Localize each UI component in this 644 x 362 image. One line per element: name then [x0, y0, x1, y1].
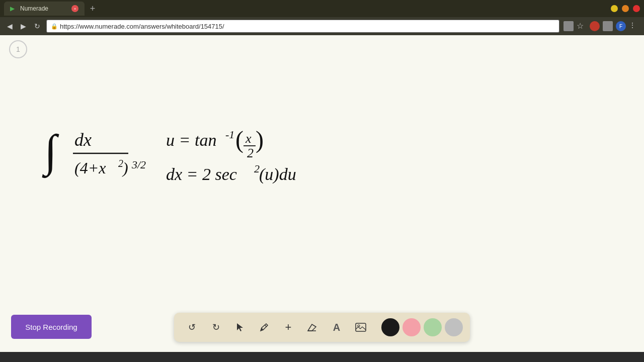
math-svg: ∫ dx (4+x 2 ) 3/2 u = tan -1 ( x 2 ) dx … [30, 101, 382, 201]
record-icon[interactable] [590, 21, 600, 31]
gray-color-button[interactable] [445, 318, 463, 336]
tab-favicon: ▶ [10, 5, 17, 12]
address-bar: ◀ ▶ ↻ 🔒 https://www.numerade.com/answers… [0, 17, 644, 35]
back-button[interactable]: ◀ [5, 21, 15, 31]
undo-button[interactable]: ↺ [181, 317, 202, 338]
page-number: 1 [9, 40, 27, 58]
pink-color-button[interactable] [403, 318, 421, 336]
add-button[interactable]: + [278, 317, 299, 338]
svg-text:): ) [256, 126, 264, 153]
svg-text:dx = 2 sec: dx = 2 sec [166, 165, 237, 184]
svg-text:(: ( [235, 126, 244, 153]
pen-tool-button[interactable] [254, 317, 275, 338]
extensions-icon[interactable] [603, 21, 613, 31]
lock-icon: 🔒 [51, 23, 58, 30]
forward-button[interactable]: ▶ [19, 21, 28, 31]
window-controls [611, 5, 640, 12]
svg-text:3/2: 3/2 [131, 158, 146, 171]
browser-tab[interactable]: ▶ Numerade × [4, 2, 85, 16]
math-content: ∫ dx (4+x 2 ) 3/2 u = tan -1 ( x 2 ) dx … [30, 101, 382, 203]
svg-text:(4+x: (4+x [74, 159, 106, 177]
title-bar: ▶ Numerade × + [0, 0, 644, 17]
svg-rect-19 [356, 323, 366, 331]
redo-button[interactable]: ↻ [205, 317, 226, 338]
select-tool-button[interactable] [229, 317, 251, 338]
drawing-toolbar: ↺ ↻ + A [174, 313, 470, 342]
svg-text:-1: -1 [225, 128, 234, 141]
minimize-button[interactable] [611, 5, 618, 12]
profile-icon[interactable]: F [616, 21, 626, 31]
green-color-button[interactable] [424, 318, 442, 336]
bookmark-icon[interactable]: ☆ [577, 21, 587, 31]
url-text: https://www.numerade.com/answers/whitebo… [60, 23, 224, 30]
close-button[interactable] [633, 5, 640, 12]
reload-button[interactable]: ↻ [32, 21, 42, 31]
image-tool-button[interactable] [350, 317, 371, 338]
cursor-icon [235, 322, 245, 332]
tab-close-button[interactable]: × [71, 5, 78, 12]
browser-toolbar-icons: ☆ F ⋮ [564, 21, 639, 31]
new-tab-button[interactable]: + [87, 3, 99, 15]
browser-chrome: ▶ Numerade × + ◀ ▶ ↻ 🔒 https://www.numer… [0, 0, 644, 35]
eraser-icon [307, 323, 318, 332]
maximize-button[interactable] [622, 5, 629, 12]
cast-icon[interactable] [564, 21, 574, 31]
tab-title: Numerade [20, 5, 68, 12]
svg-text:u = tan: u = tan [166, 131, 216, 149]
svg-text:2: 2 [247, 146, 254, 160]
svg-point-20 [358, 325, 360, 327]
black-color-button[interactable] [381, 318, 399, 336]
stop-recording-button[interactable]: Stop Recording [11, 315, 92, 339]
menu-icon[interactable]: ⋮ [629, 21, 639, 31]
image-icon [355, 323, 366, 332]
text-tool-button[interactable]: A [326, 317, 347, 338]
svg-text:∫: ∫ [42, 126, 59, 178]
svg-text:x: x [245, 131, 252, 146]
svg-line-17 [265, 325, 267, 327]
pen-icon [259, 322, 269, 332]
whiteboard-canvas[interactable]: 1 ∫ dx (4+x 2 ) 3/2 u = tan -1 ( x 2 [0, 35, 644, 352]
svg-text:): ) [122, 159, 128, 177]
eraser-button[interactable] [302, 317, 323, 338]
svg-text:dx: dx [74, 130, 92, 150]
svg-text:(u)du: (u)du [259, 165, 296, 184]
address-input[interactable]: 🔒 https://www.numerade.com/answers/white… [46, 20, 559, 33]
